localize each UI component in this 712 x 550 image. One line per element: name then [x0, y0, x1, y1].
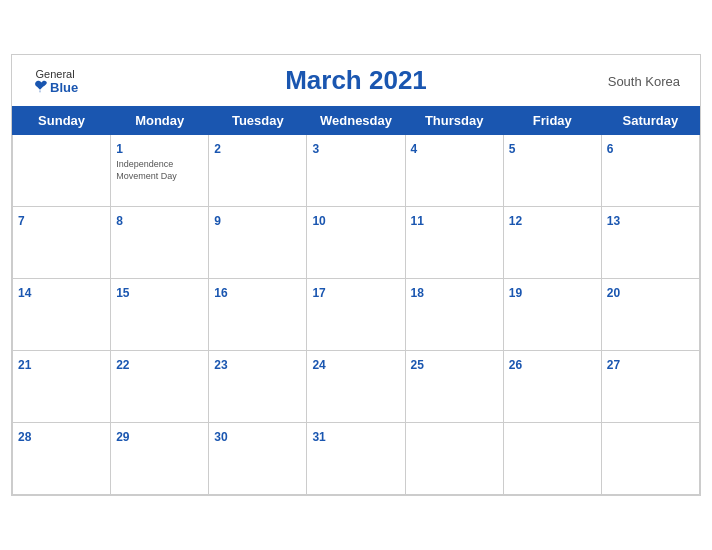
day-number: 13	[607, 214, 620, 228]
calendar-cell: 18	[405, 279, 503, 351]
calendar-cell	[405, 423, 503, 495]
header-monday: Monday	[111, 107, 209, 135]
calendar-cell: 5	[503, 135, 601, 207]
day-number: 9	[214, 214, 221, 228]
day-number: 21	[18, 358, 31, 372]
day-number: 1	[116, 142, 123, 156]
day-number: 2	[214, 142, 221, 156]
calendar-cell	[503, 423, 601, 495]
calendar-thead: Sunday Monday Tuesday Wednesday Thursday…	[13, 107, 700, 135]
day-number: 22	[116, 358, 129, 372]
day-number: 17	[312, 286, 325, 300]
logo: General Blue	[32, 67, 78, 94]
day-number: 30	[214, 430, 227, 444]
calendar-cell: 26	[503, 351, 601, 423]
calendar-cell: 10	[307, 207, 405, 279]
weekday-header-row: Sunday Monday Tuesday Wednesday Thursday…	[13, 107, 700, 135]
header-wednesday: Wednesday	[307, 107, 405, 135]
calendar-cell: 28	[13, 423, 111, 495]
calendar-cell: 19	[503, 279, 601, 351]
calendar-cell: 3	[307, 135, 405, 207]
calendar-cell: 16	[209, 279, 307, 351]
calendar-week-row: 21222324252627	[13, 351, 700, 423]
day-number: 31	[312, 430, 325, 444]
day-number: 23	[214, 358, 227, 372]
calendar-table: Sunday Monday Tuesday Wednesday Thursday…	[12, 106, 700, 495]
calendar-cell: 12	[503, 207, 601, 279]
calendar-cell: 21	[13, 351, 111, 423]
day-number: 12	[509, 214, 522, 228]
calendar-cell: 24	[307, 351, 405, 423]
day-number: 4	[411, 142, 418, 156]
day-number: 26	[509, 358, 522, 372]
calendar-cell: 4	[405, 135, 503, 207]
calendar-cell: 13	[601, 207, 699, 279]
day-number: 15	[116, 286, 129, 300]
header-sunday: Sunday	[13, 107, 111, 135]
logo-blue: Blue	[32, 79, 78, 94]
day-number: 20	[607, 286, 620, 300]
calendar-title: March 2021	[285, 65, 427, 96]
day-number: 25	[411, 358, 424, 372]
calendar-container: General Blue March 2021 South Korea Sund…	[11, 54, 701, 496]
calendar-week-row: 28293031	[13, 423, 700, 495]
calendar-cell: 2	[209, 135, 307, 207]
header-friday: Friday	[503, 107, 601, 135]
day-number: 24	[312, 358, 325, 372]
calendar-cell: 29	[111, 423, 209, 495]
calendar-week-row: 1Independence Movement Day23456	[13, 135, 700, 207]
day-number: 27	[607, 358, 620, 372]
calendar-cell: 22	[111, 351, 209, 423]
logo-bird-icon	[32, 80, 48, 94]
calendar-cell: 14	[13, 279, 111, 351]
logo-blue-text: Blue	[50, 79, 78, 94]
calendar-cell: 11	[405, 207, 503, 279]
logo-general: General	[36, 67, 75, 79]
day-number: 8	[116, 214, 123, 228]
country-label: South Korea	[608, 73, 680, 88]
day-number: 11	[411, 214, 424, 228]
holiday-label: Independence Movement Day	[116, 159, 203, 182]
calendar-week-row: 78910111213	[13, 207, 700, 279]
calendar-week-row: 14151617181920	[13, 279, 700, 351]
day-number: 7	[18, 214, 25, 228]
day-number: 14	[18, 286, 31, 300]
header-saturday: Saturday	[601, 107, 699, 135]
day-number: 29	[116, 430, 129, 444]
calendar-cell: 17	[307, 279, 405, 351]
day-number: 3	[312, 142, 319, 156]
header-thursday: Thursday	[405, 107, 503, 135]
day-number: 6	[607, 142, 614, 156]
day-number: 28	[18, 430, 31, 444]
header-tuesday: Tuesday	[209, 107, 307, 135]
calendar-cell: 9	[209, 207, 307, 279]
calendar-cell: 31	[307, 423, 405, 495]
calendar-cell	[601, 423, 699, 495]
calendar-header: General Blue March 2021 South Korea	[12, 55, 700, 106]
calendar-cell: 7	[13, 207, 111, 279]
calendar-cell: 15	[111, 279, 209, 351]
calendar-cell: 20	[601, 279, 699, 351]
calendar-cell	[13, 135, 111, 207]
calendar-cell: 8	[111, 207, 209, 279]
calendar-cell: 27	[601, 351, 699, 423]
day-number: 18	[411, 286, 424, 300]
day-number: 19	[509, 286, 522, 300]
calendar-body: 1Independence Movement Day23456789101112…	[13, 135, 700, 495]
day-number: 5	[509, 142, 516, 156]
calendar-cell: 23	[209, 351, 307, 423]
calendar-cell: 6	[601, 135, 699, 207]
day-number: 16	[214, 286, 227, 300]
calendar-cell: 1Independence Movement Day	[111, 135, 209, 207]
day-number: 10	[312, 214, 325, 228]
calendar-cell: 30	[209, 423, 307, 495]
calendar-cell: 25	[405, 351, 503, 423]
